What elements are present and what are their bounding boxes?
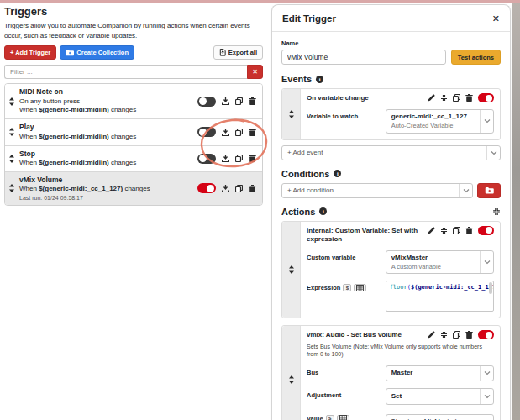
info-icon[interactable]: i [334,170,341,177]
trigger-name-input[interactable] [281,50,446,65]
add-condition-row: + Add condition [281,183,501,198]
expression-label-group: Expression $ [307,281,386,291]
sort-handle-icon[interactable] [8,184,15,192]
trigger-controls [197,127,258,137]
edit-icon[interactable] [428,94,435,102]
trigger-enabled-toggle[interactable] [197,154,216,164]
edit-icon[interactable] [428,227,435,234]
delete-icon[interactable] [465,94,473,102]
sort-handle-icon[interactable] [8,155,15,163]
trigger-name: vMix Volume [19,176,197,185]
folder-plus-icon [485,186,494,194]
code-scrollbar[interactable] [489,282,492,294]
duplicate-trigger-icon[interactable] [235,97,243,105]
value-input[interactable] [386,414,494,420]
add-condition-select[interactable]: + Add condition [281,183,473,198]
edit-trigger-title: Edit Trigger [282,13,336,24]
chevron-down-icon [480,389,493,403]
adjustment-select[interactable]: Set [386,388,494,404]
trigger-name: Play [19,123,197,132]
duplicate-trigger-icon[interactable] [235,129,243,136]
event-head-icons [428,93,494,102]
export-all-button[interactable]: Export all [213,45,263,60]
collapse-icon[interactable] [440,331,448,339]
adjustment-label: Adjustment [307,388,386,399]
action-content: internal: Custom Variable: Set with expr… [301,222,500,318]
export-trigger-icon[interactable] [222,185,229,192]
page-scrollbar[interactable] [512,3,520,420]
selected-custom-variable: vMixMaster [391,254,475,262]
duplicate-icon[interactable] [453,331,460,339]
sort-handle-icon[interactable] [8,97,15,106]
trigger-row-stop[interactable]: Stop When $(generic-midi:midiin) changes [5,146,262,172]
action-enabled-toggle[interactable] [478,226,494,235]
action-drag-column[interactable] [282,222,301,318]
collapse-all-icon[interactable] [492,207,501,216]
event-enabled-toggle[interactable] [478,93,494,102]
trigger-controls [197,97,258,107]
info-icon[interactable]: i [316,76,323,83]
trigger-summary: vMix Volume When $(generic-midi:_cc_1_12… [19,176,197,202]
add-trigger-button[interactable]: + Add Trigger [4,45,56,60]
trigger-enabled-toggle[interactable] [197,97,216,107]
test-actions-button[interactable]: Test actions [451,50,501,65]
variables-supported-badge: $ [326,415,334,420]
trigger-row-midi-note-on[interactable]: MIDI Note on On any button press When $(… [5,84,262,119]
event-title: On variable change [307,93,423,102]
filter-input[interactable] [4,65,247,79]
trigger-enabled-toggle[interactable] [197,127,216,137]
action-head: vmix: Audio - Set Bus Volume [307,330,494,339]
trigger-row-vmix-volume[interactable]: vMix Volume When $(generic-midi:_cc_1_12… [5,172,262,205]
sort-handle-icon[interactable] [288,265,295,274]
duplicate-trigger-icon[interactable] [235,185,243,192]
collapse-icon[interactable] [440,227,448,234]
toolbar: + Add Trigger Create Collection Export a… [4,45,263,60]
sort-handle-icon[interactable] [8,128,15,136]
custom-variable-select[interactable]: vMixMaster A custom variable [386,250,494,274]
action-enabled-toggle[interactable] [478,330,494,339]
variable-to-watch-row: Variable to watch generic-midi:_cc_1_127… [307,109,494,133]
filter-group: ✕ [4,65,263,79]
duplicate-trigger-icon[interactable] [235,155,243,162]
duplicate-icon[interactable] [453,94,460,102]
delete-trigger-icon[interactable] [249,129,256,136]
top-accent-bar [0,0,520,3]
variable-to-watch-label: Variable to watch [307,109,386,120]
delete-icon[interactable] [465,227,473,234]
bus-row: Bus Master [307,365,494,381]
close-icon[interactable]: ✕ [492,14,500,24]
event-drag-column[interactable] [282,89,301,139]
chevron-down-icon [486,146,500,160]
duplicate-icon[interactable] [453,227,460,234]
info-icon[interactable]: i [319,207,327,215]
delete-trigger-icon[interactable] [249,97,256,105]
filter-clear-button[interactable]: ✕ [247,65,263,79]
export-trigger-icon[interactable] [222,155,229,162]
action-drag-column[interactable] [282,326,301,420]
trigger-when-line: When $(generic-midi:midiin) changes [19,159,197,168]
add-trigger-label: + Add Trigger [10,49,50,56]
chevron-down-icon [480,251,493,273]
create-collection-button[interactable]: Create Collection [60,45,134,60]
delete-trigger-icon[interactable] [249,185,256,192]
variable-to-watch-select[interactable]: generic-midi:_cc_1_127 Auto-Created Vari… [386,109,494,133]
sort-handle-icon[interactable] [288,110,295,118]
add-event-select[interactable]: + Add event [281,145,501,160]
delete-trigger-icon[interactable] [249,155,256,162]
trigger-row-play[interactable]: Play When $(generic-midi:midiin) changes [5,119,262,145]
event-head: On variable change [307,93,494,102]
export-trigger-icon[interactable] [222,97,229,105]
export-all-label: Export all [228,49,257,56]
sort-handle-icon[interactable] [288,375,295,384]
collapse-icon[interactable] [440,94,448,102]
bus-select[interactable]: Master [386,365,494,381]
trigger-enabled-toggle[interactable] [197,183,216,193]
export-trigger-icon[interactable] [222,129,229,136]
action-description: Sets Bus Volume (Note: vMix Volume only … [307,343,494,359]
chevron-down-icon [480,366,493,381]
expression-editor[interactable]: floor($(generic-midi:_cc_1_127) / 1.27) [386,281,494,312]
expression-code: floor($(generic-midi:_cc_1_127) / 1.27) [386,281,493,293]
delete-icon[interactable] [465,331,473,339]
condition-collection-button[interactable] [477,183,501,198]
edit-icon[interactable] [428,331,435,339]
